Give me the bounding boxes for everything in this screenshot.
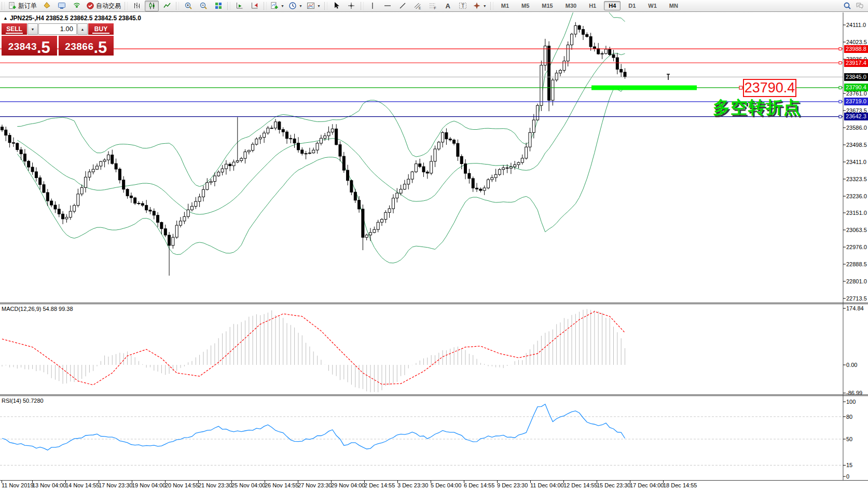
candle xyxy=(525,147,528,158)
candlestick-button[interactable] xyxy=(145,1,159,11)
toolbar-grip xyxy=(176,2,179,10)
candle xyxy=(278,122,281,130)
support-highlight-bar[interactable] xyxy=(591,86,697,90)
candle xyxy=(62,214,64,219)
sell-button[interactable]: SELL xyxy=(2,23,27,35)
candle xyxy=(252,144,254,151)
candle xyxy=(597,49,600,54)
auto-scroll-button[interactable] xyxy=(232,1,246,11)
candle xyxy=(286,132,288,139)
price-callout-label[interactable]: 23790.4 xyxy=(743,79,796,97)
chevron-down-icon[interactable]: ▼ xyxy=(299,4,302,8)
candle xyxy=(445,133,448,139)
signal-button[interactable] xyxy=(70,1,84,11)
bar-chart-button[interactable] xyxy=(130,1,144,11)
timeframe-button-h4[interactable]: H4 xyxy=(604,1,621,10)
timeframe-button-m1[interactable]: M1 xyxy=(497,1,514,10)
text-button[interactable]: A xyxy=(441,1,455,11)
candle xyxy=(552,80,554,100)
candle xyxy=(468,173,471,179)
sell-price-button[interactable]: 23843.5 xyxy=(2,36,57,56)
candle xyxy=(160,222,163,228)
candle xyxy=(263,133,266,138)
horizontal-line-button[interactable] xyxy=(381,1,395,11)
candle xyxy=(392,198,395,209)
text-label-icon: T xyxy=(459,2,467,10)
buy-price-button[interactable]: 23866.5 xyxy=(59,36,114,56)
chevron-down-icon[interactable]: ▼ xyxy=(281,4,284,8)
candle xyxy=(331,129,334,132)
candle xyxy=(509,167,512,168)
candle xyxy=(255,139,258,144)
candle xyxy=(168,235,171,246)
candle xyxy=(464,164,467,174)
periods-button[interactable]: ▼ xyxy=(287,1,304,11)
timeframe-button-h1[interactable]: H1 xyxy=(584,1,601,10)
candle xyxy=(206,183,209,190)
channel-button[interactable]: E xyxy=(411,1,425,11)
timeframe-button-m5[interactable]: M5 xyxy=(517,1,534,10)
one-click-top-row: SELL ▼ 1.00 ▲ BUY xyxy=(2,23,114,35)
chevron-down-icon[interactable]: ▼ xyxy=(483,4,487,8)
candle xyxy=(293,139,296,143)
candlestick-icon xyxy=(148,2,156,10)
volume-input[interactable]: 1.00 xyxy=(38,23,77,35)
collapse-panel-icon[interactable]: ▲ xyxy=(3,16,8,21)
arrows-button[interactable]: ▼ xyxy=(471,1,488,11)
timeframe-button-m30[interactable]: M30 xyxy=(561,1,581,10)
candle xyxy=(43,185,45,193)
svg-text:E: E xyxy=(419,6,421,10)
main-toolbar: 新订单自动交易▼▼▼EFAT▼M1M5M15M30H1H4D1W1MN xyxy=(0,0,868,12)
autotrade-button[interactable]: 自动交易 xyxy=(85,1,122,11)
volume-increase-button[interactable]: ▲ xyxy=(77,23,88,35)
line-chart-button[interactable] xyxy=(160,1,174,11)
candle xyxy=(290,139,292,139)
candle xyxy=(100,161,102,166)
chart-symbol-title: ▲JPN225-,H4 23852.5 23862.5 23842.5 2384… xyxy=(3,15,141,22)
template-icon xyxy=(307,2,315,10)
marketwatch-button[interactable] xyxy=(39,1,53,11)
crosshair-button[interactable] xyxy=(345,1,359,11)
template-button[interactable]: ▼ xyxy=(305,1,322,11)
buy-button[interactable]: BUY xyxy=(88,23,114,35)
candle xyxy=(31,167,34,172)
new-order-button[interactable]: 新订单 xyxy=(7,1,38,11)
zoom-in-button[interactable] xyxy=(181,1,195,11)
sell-price-main: 23843 xyxy=(8,41,37,52)
volume-decrease-button[interactable]: ▼ xyxy=(27,23,38,35)
timeframe-button-m15[interactable]: M15 xyxy=(537,1,557,10)
pivot-annotation-text[interactable]: 多空转折点 xyxy=(713,96,801,119)
terminal-button[interactable] xyxy=(54,1,68,11)
candle xyxy=(354,192,356,200)
candle xyxy=(141,203,144,206)
candle xyxy=(415,164,417,172)
candle xyxy=(540,65,543,106)
timeframe-button-w1[interactable]: W1 xyxy=(643,1,662,10)
candlesticks xyxy=(1,22,627,276)
timeframe-button-mn[interactable]: MN xyxy=(665,1,683,10)
buy-price-frac: .5 xyxy=(93,41,107,54)
tile-windows-icon xyxy=(214,2,223,10)
channel-icon: E xyxy=(414,2,422,10)
search-icon[interactable] xyxy=(843,2,851,10)
candle xyxy=(483,188,486,190)
chart-canvas[interactable] xyxy=(0,0,868,491)
buy-price-main: 23866 xyxy=(65,41,93,52)
indicators-button[interactable]: ▼ xyxy=(269,1,286,11)
candle xyxy=(80,187,83,194)
timeframe-button-d1[interactable]: D1 xyxy=(624,1,640,10)
candle xyxy=(198,197,201,201)
trendline-button[interactable] xyxy=(396,1,410,11)
chart-shift-button[interactable] xyxy=(247,1,261,11)
chevron-down-icon[interactable]: ▼ xyxy=(317,4,321,8)
candle xyxy=(442,133,444,142)
fibonacci-button[interactable]: F xyxy=(426,1,440,11)
tile-windows-button[interactable] xyxy=(211,1,225,11)
candle xyxy=(529,132,531,147)
chat-icon[interactable] xyxy=(856,2,864,10)
zoom-out-button[interactable] xyxy=(196,1,210,11)
candle xyxy=(297,143,300,150)
cursor-button[interactable] xyxy=(329,1,343,11)
vertical-line-button[interactable] xyxy=(366,1,380,11)
text-label-button[interactable]: T xyxy=(456,1,470,11)
